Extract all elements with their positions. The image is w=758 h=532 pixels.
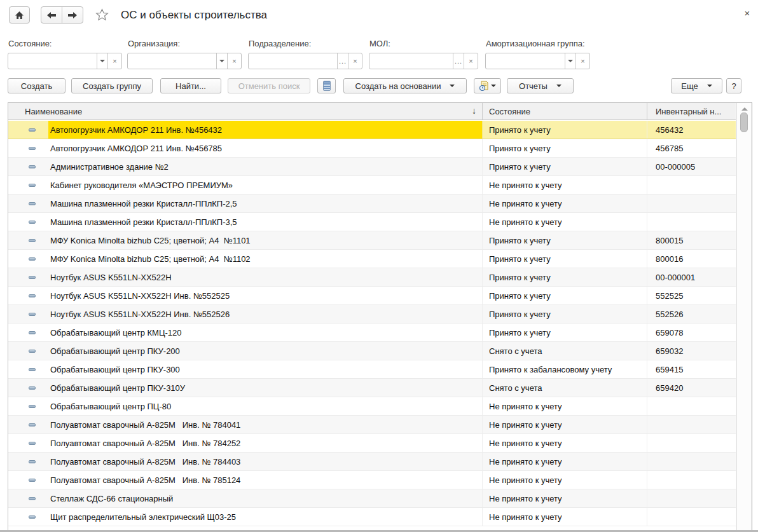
column-header-name[interactable]: Наименование ↓ — [8, 103, 483, 119]
filter-dropdown-button[interactable] — [565, 53, 575, 69]
table-row[interactable]: Полуавтомат сварочный А-825М Инв. № 7851… — [8, 471, 736, 489]
name-cell[interactable]: Стеллаж СДС-66 стационарный — [48, 489, 483, 507]
inventory-cell[interactable]: 800016 — [647, 250, 736, 268]
filter-value[interactable] — [249, 53, 337, 69]
inventory-cell[interactable] — [647, 453, 736, 470]
name-cell[interactable]: Щит распределительный электрический Щ03-… — [48, 508, 483, 526]
inventory-cell[interactable]: 552525 — [647, 287, 736, 304]
row-icon-cell[interactable] — [8, 508, 48, 526]
status-cell[interactable]: Принято к учету — [483, 139, 647, 157]
home-button[interactable] — [9, 6, 30, 24]
name-cell[interactable]: Полуавтомат сварочный А-825М Инв. № 7851… — [48, 471, 483, 489]
status-cell[interactable]: Не принято к учету — [483, 471, 647, 489]
filter-clear-button[interactable]: × — [575, 53, 589, 69]
filter-state-input[interactable]: × — [8, 53, 122, 69]
table-row[interactable]: Ноутбук ASUS K551LN-XX522H Инв. №552526 … — [8, 305, 736, 324]
inventory-cell[interactable] — [647, 176, 736, 194]
name-cell[interactable]: Полуавтомат сварочный А-825М Инв. № 7842… — [48, 434, 483, 452]
status-cell[interactable]: Принято к учету — [483, 158, 647, 175]
table-row[interactable]: Обрабатывающий центр ПКУ-300 Принято к з… — [8, 360, 736, 379]
filter-value[interactable] — [369, 53, 453, 69]
row-icon-cell[interactable] — [8, 176, 48, 194]
status-cell[interactable]: Принято к забалансовому учету — [483, 360, 647, 378]
filter-depreciation-group-input[interactable]: × — [485, 53, 590, 69]
list-settings-button[interactable] — [317, 78, 336, 93]
name-cell[interactable]: МФУ Konica Minolta bizhub C25; цветной; … — [48, 250, 483, 268]
inventory-cell[interactable]: 00-000001 — [647, 268, 736, 286]
table-row[interactable]: Обрабатывающий центр КМЦ-120 Принято к у… — [8, 324, 736, 342]
scroll-thumb[interactable] — [740, 113, 748, 132]
name-cell[interactable]: Обрабатывающий центр ПЦ-80 — [48, 397, 483, 415]
row-icon-cell[interactable] — [8, 489, 48, 507]
table-row[interactable]: Щит распределительный электрический Щ03-… — [8, 508, 736, 526]
table-row[interactable]: Полуавтомат сварочный А-825М Инв. № 7840… — [8, 416, 736, 434]
row-icon-cell[interactable] — [8, 342, 48, 360]
inventory-cell[interactable] — [647, 489, 736, 507]
status-cell[interactable]: Принято к учету — [483, 324, 647, 341]
row-icon-cell[interactable] — [8, 158, 48, 175]
reports-button[interactable]: Отчеты — [507, 78, 574, 93]
inventory-cell[interactable]: 659078 — [647, 324, 736, 341]
name-cell[interactable]: Машина плазменной резки Кристалл-ППлКП-2… — [48, 194, 483, 212]
status-cell[interactable]: Не принято к учету — [483, 489, 647, 507]
name-cell[interactable]: Обрабатывающий центр ПКУ-300 — [48, 360, 483, 378]
table-row[interactable]: Ноутбук ASUS K551LN-XX522H Инв. №552525 … — [8, 287, 736, 305]
status-cell[interactable]: Не принято к учету — [483, 176, 647, 194]
column-header-status[interactable]: Состояние — [483, 103, 647, 119]
status-cell[interactable]: Принято к учету — [483, 305, 647, 323]
name-cell[interactable]: Ноутбук ASUS K551LN-XX522H Инв. №552526 — [48, 305, 483, 323]
name-cell[interactable]: Автопогрузчик АМКОДОР 211 Инв. №456785 — [48, 139, 483, 157]
row-icon-cell[interactable] — [8, 250, 48, 268]
row-icon-cell[interactable] — [8, 324, 48, 341]
inventory-cell[interactable]: 659032 — [647, 342, 736, 360]
inventory-cell[interactable] — [647, 194, 736, 212]
forward-button[interactable] — [62, 7, 83, 23]
name-cell[interactable]: Ноутбук ASUS K551LN-XX522H — [48, 268, 483, 286]
filter-picker-button[interactable]: ... — [453, 53, 464, 69]
row-icon-cell[interactable] — [8, 434, 48, 452]
more-button[interactable]: Еще — [671, 78, 722, 93]
filter-organization-input[interactable]: × — [127, 53, 242, 69]
table-row[interactable]: Машина плазменной резки Кристалл-ППлКП-2… — [8, 194, 736, 213]
name-cell[interactable]: Машина плазменной резки Кристалл-ППлКП-3… — [48, 213, 483, 231]
name-cell[interactable]: Полуавтомат сварочный А-825М Инв. № 7840… — [48, 416, 483, 433]
status-cell[interactable]: Принято к учету — [483, 250, 647, 268]
filter-value[interactable] — [128, 53, 216, 69]
table-row[interactable]: Административное здание №2 Принято к уче… — [8, 158, 736, 176]
vertical-scrollbar[interactable] — [736, 103, 752, 532]
column-header-inventory[interactable]: Инвентарный н... — [647, 103, 736, 119]
find-button[interactable]: Найти... — [160, 78, 221, 93]
table-row[interactable]: Кабинет руководителя «МАЭСТРО ПРЕМИУМ» Н… — [8, 176, 736, 194]
status-cell[interactable]: Принято к учету — [483, 268, 647, 286]
status-cell[interactable]: Принято к учету — [483, 287, 647, 304]
back-button[interactable] — [41, 7, 62, 23]
table-row[interactable]: Полуавтомат сварочный А-825М Инв. № 7844… — [8, 453, 736, 471]
row-icon-cell[interactable] — [8, 471, 48, 489]
status-cell[interactable]: Не принято к учету — [483, 416, 647, 433]
filter-dropdown-button[interactable] — [216, 53, 227, 69]
filter-value[interactable] — [8, 53, 97, 69]
name-cell[interactable]: Обрабатывающий центр КМЦ-120 — [48, 324, 483, 341]
row-icon-cell[interactable] — [8, 268, 48, 286]
filter-clear-button[interactable]: × — [227, 53, 241, 69]
row-icon-cell[interactable] — [8, 360, 48, 378]
filter-dropdown-button[interactable] — [97, 53, 107, 69]
name-cell[interactable]: Административное здание №2 — [48, 158, 483, 175]
row-icon-cell[interactable] — [8, 379, 48, 397]
create-group-button[interactable]: Создать группу — [71, 78, 153, 93]
table-row[interactable]: Стеллаж СДС-66 стационарный Не принято к… — [8, 489, 736, 508]
row-icon-cell[interactable] — [8, 397, 48, 415]
status-cell[interactable]: Принято к учету — [483, 231, 647, 249]
favorite-star-icon[interactable] — [95, 8, 109, 22]
inventory-cell[interactable]: 00-000005 — [647, 158, 736, 175]
row-icon-cell[interactable] — [8, 453, 48, 470]
table-row[interactable]: МФУ Konica Minolta bizhub C25; цветной; … — [8, 231, 736, 250]
row-icon-cell[interactable] — [8, 231, 48, 249]
inventory-cell[interactable]: 456785 — [647, 139, 736, 157]
status-cell[interactable]: Не принято к учету — [483, 213, 647, 231]
table-row[interactable]: Ноутбук ASUS K551LN-XX522H Принято к уче… — [8, 268, 736, 287]
table-row[interactable]: Автопогрузчик АМКОДОР 211 Инв. №456432 П… — [8, 121, 736, 139]
filter-picker-button[interactable]: ... — [337, 53, 348, 69]
name-cell[interactable]: Обрабатывающий центр ПКУ-310У — [48, 379, 483, 397]
inventory-cell[interactable]: 659415 — [647, 360, 736, 378]
